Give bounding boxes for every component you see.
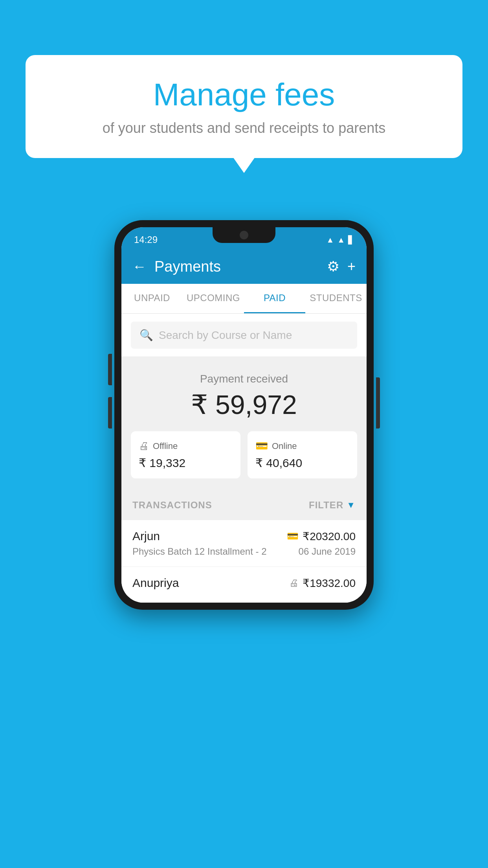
settings-button[interactable]: ⚙ <box>327 258 339 275</box>
online-amount: ₹ 40,640 <box>255 456 349 470</box>
table-row[interactable]: Anupriya 🖨 ₹19332.00 <box>121 567 367 603</box>
offline-payment-card: 🖨 Offline ₹ 19,332 <box>131 431 240 478</box>
filter-button[interactable]: FILTER ▼ <box>309 500 356 511</box>
offline-payment-icon: 🖨 <box>289 577 299 588</box>
power-button <box>376 377 380 428</box>
phone-notch <box>213 227 275 243</box>
volume-up-button <box>108 354 112 385</box>
transaction-row-top: Arjun 💳 ₹20320.00 <box>132 530 356 543</box>
transaction-amount: ₹20320.00 <box>303 530 356 543</box>
online-payment-card: 💳 Online ₹ 40,640 <box>248 431 357 478</box>
page-title: Payments <box>154 258 319 275</box>
filter-icon: ▼ <box>347 500 356 510</box>
volume-down-button <box>108 397 112 428</box>
transaction-row-bottom: Physics Batch 12 Installment - 2 06 June… <box>132 546 356 557</box>
search-container: 🔍 Search by Course or Name <box>121 314 367 357</box>
tab-upcoming[interactable]: UPCOMING <box>183 284 244 313</box>
payment-received-label: Payment received <box>131 373 357 385</box>
transaction-name: Anupriya <box>132 576 179 590</box>
transaction-name: Arjun <box>132 530 160 543</box>
payment-received-section: Payment received ₹ 59,972 🖨 Offline ₹ 19… <box>121 357 367 490</box>
transaction-course: Physics Batch 12 Installment - 2 <box>132 546 266 557</box>
transactions-header: TRANSACTIONS FILTER ▼ <box>121 490 367 520</box>
online-icon: 💳 <box>255 440 268 452</box>
transaction-row-top: Anupriya 🖨 ₹19332.00 <box>132 576 356 590</box>
tab-unpaid[interactable]: UNPAID <box>121 284 183 313</box>
status-time: 14:29 <box>134 234 158 245</box>
app-header: ← Payments ⚙ + <box>121 249 367 284</box>
transactions-label: TRANSACTIONS <box>132 500 212 511</box>
offline-label: Offline <box>153 441 178 451</box>
status-icons: ▲ ▲ ▋ <box>326 235 354 245</box>
speech-bubble: Manage fees of your students and send re… <box>26 55 462 158</box>
camera <box>240 231 248 239</box>
transaction-amount-wrap: 🖨 ₹19332.00 <box>289 577 356 590</box>
transaction-amount-wrap: 💳 ₹20320.00 <box>287 530 356 543</box>
offline-card-header: 🖨 Offline <box>139 440 233 452</box>
payment-cards: 🖨 Offline ₹ 19,332 💳 Online ₹ 40,640 <box>131 431 357 478</box>
phone-mockup: 14:29 ▲ ▲ ▋ ← Payments ⚙ + UNPAID UPCOMI… <box>114 220 374 610</box>
bubble-subtitle: of your students and send receipts to pa… <box>49 120 439 136</box>
payment-total-amount: ₹ 59,972 <box>131 389 357 420</box>
online-label: Online <box>272 441 297 451</box>
online-payment-icon: 💳 <box>287 531 299 542</box>
battery-icon: ▋ <box>348 235 354 245</box>
phone-screen: 14:29 ▲ ▲ ▋ ← Payments ⚙ + UNPAID UPCOMI… <box>121 227 367 603</box>
tab-paid[interactable]: PAID <box>244 284 305 313</box>
bubble-title: Manage fees <box>49 77 439 113</box>
add-button[interactable]: + <box>347 258 356 275</box>
signal-icon: ▲ <box>337 235 345 245</box>
phone-body: 14:29 ▲ ▲ ▋ ← Payments ⚙ + UNPAID UPCOMI… <box>114 220 374 610</box>
search-input[interactable]: Search by Course or Name <box>159 329 292 342</box>
offline-icon: 🖨 <box>139 440 149 452</box>
tabs: UNPAID UPCOMING PAID STUDENTS <box>121 284 367 314</box>
back-button[interactable]: ← <box>132 258 147 275</box>
wifi-icon: ▲ <box>326 235 334 245</box>
offline-amount: ₹ 19,332 <box>139 456 233 470</box>
online-card-header: 💳 Online <box>255 440 349 452</box>
transaction-amount: ₹19332.00 <box>303 577 356 590</box>
promo-section: Manage fees of your students and send re… <box>26 55 462 158</box>
table-row[interactable]: Arjun 💳 ₹20320.00 Physics Batch 12 Insta… <box>121 520 367 567</box>
tab-students[interactable]: STUDENTS <box>305 284 367 313</box>
filter-label: FILTER <box>309 500 343 511</box>
transaction-date: 06 June 2019 <box>299 546 356 557</box>
search-icon: 🔍 <box>139 329 153 342</box>
search-bar[interactable]: 🔍 Search by Course or Name <box>131 322 357 349</box>
